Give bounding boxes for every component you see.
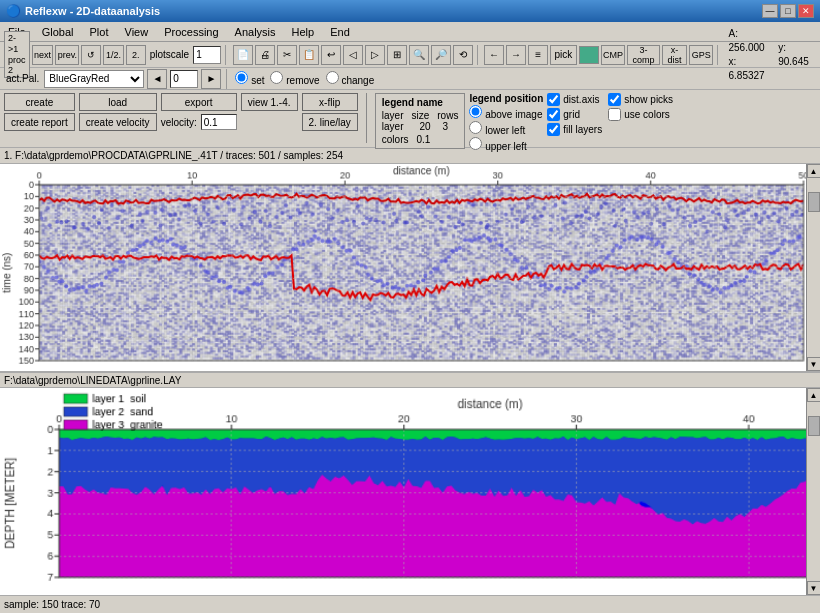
menubar: File Global Plot View Processing Analysi…	[0, 22, 820, 42]
legend-rows-header: rows	[437, 110, 458, 121]
pal-label: act.Pal.	[4, 73, 41, 84]
scroll-up-arrow[interactable]: ▲	[807, 164, 821, 178]
legend-name-header: legend name	[382, 97, 459, 108]
fill-layers-checkbox[interactable]	[547, 123, 560, 136]
fill-layers-label: fill layers	[547, 123, 602, 136]
nav-label-1: 2->1	[8, 33, 26, 55]
velocity-label: velocity:	[161, 117, 197, 128]
upper-left-radio[interactable]	[469, 137, 482, 150]
load-button[interactable]: load	[79, 93, 157, 111]
menu-processing[interactable]: Processing	[156, 24, 226, 40]
view14-button[interactable]: view 1.-4.	[241, 93, 298, 111]
create-button[interactable]: create	[4, 93, 75, 111]
above-image-radio[interactable]	[469, 105, 482, 118]
view-buttons: view 1.-4.	[241, 93, 298, 111]
a-label: A:	[729, 28, 738, 39]
icon-btn-13[interactable]: →	[506, 45, 526, 65]
icon-btn-5[interactable]: ↩	[321, 45, 341, 65]
title-area: 🔵 Reflexw - 2D-dataanalysis	[6, 4, 160, 18]
above-image-label: above image	[469, 105, 543, 120]
show-picks-checkbox[interactable]	[608, 93, 621, 106]
lower-left-radio[interactable]	[469, 121, 482, 134]
3comp-button[interactable]: 3-comp	[627, 45, 660, 65]
nav-12[interactable]: 1/2.	[103, 45, 123, 65]
grid-checkbox[interactable]	[547, 108, 560, 121]
icon-btn-7[interactable]: ▷	[365, 45, 385, 65]
change-radio[interactable]	[326, 71, 339, 84]
half-button[interactable]: ↺	[81, 45, 101, 65]
xdist-button[interactable]: x-dist	[662, 45, 688, 65]
icon-btn-8[interactable]: ⊞	[387, 45, 407, 65]
menu-global[interactable]: Global	[34, 24, 82, 40]
pal-next[interactable]: ►	[201, 69, 221, 89]
menu-analysis[interactable]: Analysis	[227, 24, 284, 40]
window-controls[interactable]: — □ ✕	[762, 4, 814, 18]
icon-btn-12[interactable]: ←	[484, 45, 504, 65]
lower-scrollbar[interactable]: ▲ ▼	[806, 388, 820, 595]
icon-btn-10[interactable]: 🔎	[431, 45, 451, 65]
next-button[interactable]: prev.	[55, 45, 79, 65]
icon-btn-1[interactable]: 📄	[233, 45, 253, 65]
create-velocity-button[interactable]: create velocity	[79, 113, 157, 131]
color-btn[interactable]	[579, 46, 599, 64]
legend-size-val: 20	[411, 121, 430, 132]
icon-btn-11[interactable]: ⟲	[453, 45, 473, 65]
upper-scrollbar[interactable]: ▲ ▼	[806, 164, 820, 371]
export-button[interactable]: export	[161, 93, 237, 111]
show-picks-label: show picks	[608, 93, 673, 106]
menu-plot[interactable]: Plot	[82, 24, 117, 40]
statusbar: sample: 150 trace: 70	[0, 595, 820, 613]
menu-help[interactable]: Help	[284, 24, 323, 40]
icon-btn-3[interactable]: ✂	[277, 45, 297, 65]
ctrl-sep	[366, 93, 367, 143]
icon-btn-9[interactable]: 🔍	[409, 45, 429, 65]
nav-2[interactable]: 2.	[126, 45, 146, 65]
cmp-button[interactable]: CMP	[601, 45, 625, 65]
scroll-thumb-2[interactable]	[808, 416, 820, 436]
scroll-down-arrow-2[interactable]: ▼	[807, 581, 821, 595]
legend-colors-val: 0.1	[416, 134, 430, 145]
legend-position-group: legend position above image lower left u…	[469, 93, 543, 152]
menu-view[interactable]: View	[117, 24, 157, 40]
main-wrapper: ▲ ▼ F:\data\gprdemo\LINEDATA\gprline.LAY…	[0, 164, 820, 595]
dist-axis-checkbox[interactable]	[547, 93, 560, 106]
info-text: 1. F:\data\gprdemo\PROCDATA\GPRLINE_.41T…	[4, 150, 343, 161]
legend-box: legend name layer size rows layer 20 3 c…	[375, 93, 466, 149]
scroll-up-arrow-2[interactable]: ▲	[807, 388, 821, 402]
maximize-button[interactable]: □	[780, 4, 796, 18]
menu-end[interactable]: End	[322, 24, 358, 40]
upper-plot-container: ▲ ▼	[0, 164, 820, 372]
close-button[interactable]: ✕	[798, 4, 814, 18]
set-radio[interactable]	[235, 71, 248, 84]
pal-select[interactable]: BlueGrayRed	[44, 70, 144, 88]
velocity-input[interactable]	[201, 114, 237, 130]
minimize-button[interactable]: —	[762, 4, 778, 18]
set-remove-group: set remove change	[235, 71, 374, 86]
pal-value[interactable]	[170, 70, 198, 88]
gps-button[interactable]: GPS	[689, 45, 713, 65]
icon-btn-6[interactable]: ◁	[343, 45, 363, 65]
scroll-thumb[interactable]	[808, 192, 820, 212]
pick-button[interactable]: pick	[550, 45, 577, 65]
linelayer-button[interactable]: 2. line/lay	[302, 113, 358, 131]
icon-btn-4[interactable]: 📋	[299, 45, 319, 65]
legend-pos-label: legend position	[469, 93, 543, 104]
scroll-down-arrow[interactable]: ▼	[807, 357, 821, 371]
pal-prev[interactable]: ◄	[147, 69, 167, 89]
legend-layer-header: layer	[382, 110, 404, 121]
plotscale-input[interactable]	[193, 46, 221, 64]
legend-layer-val: layer	[382, 121, 404, 132]
separator2	[477, 45, 480, 65]
main-buttons: create create report	[4, 93, 75, 131]
xflip-button[interactable]: x-flip	[302, 93, 358, 111]
create-report-button[interactable]: create report	[4, 113, 75, 131]
prev-button[interactable]: next	[32, 45, 54, 65]
status-text: sample: 150 trace: 70	[4, 599, 100, 610]
remove-radio[interactable]	[270, 71, 283, 84]
icon-btn-14[interactable]: ≡	[528, 45, 548, 65]
separator3	[717, 45, 720, 65]
x-value: 6.85327	[729, 70, 765, 81]
use-colors-checkbox[interactable]	[608, 108, 621, 121]
icon-btn-2[interactable]: 🖨	[255, 45, 275, 65]
legend-rows-val: 3	[439, 121, 449, 132]
